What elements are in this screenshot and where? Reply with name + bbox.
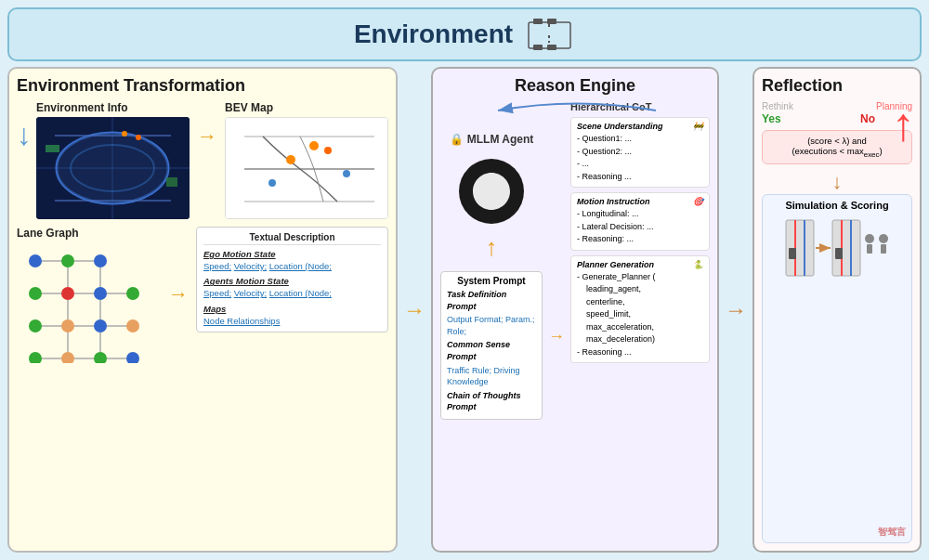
scene-understanding-title: Scene Understanding 🚧	[577, 122, 703, 131]
maps-title: Maps	[203, 304, 381, 314]
svg-point-46	[61, 254, 74, 267]
svg-point-16	[136, 135, 141, 140]
steering-icon: 🎯	[693, 197, 703, 206]
motion-reasoning: - Reasoning: ...	[577, 233, 703, 246]
svg-rect-13	[46, 145, 59, 152]
no-label: No	[860, 112, 875, 125]
svg-point-24	[324, 147, 332, 154]
svg-point-59	[126, 352, 139, 363]
svg-point-53	[61, 319, 74, 332]
bev-map-label: BEV Map	[225, 101, 388, 114]
svg-point-27	[268, 179, 276, 187]
scene-reasoning: - Reasoning ...	[577, 171, 703, 184]
scene-dots: - ...	[577, 158, 703, 171]
planner-line5: max_acceleration,	[577, 321, 703, 334]
svg-point-51	[126, 287, 139, 300]
env-header-title: Environment	[354, 20, 513, 49]
svg-point-54	[94, 319, 107, 332]
motion-instruction-title: Motion Instruction 🎯	[577, 197, 703, 206]
blue-down-arrow: ↓	[17, 120, 32, 150]
maps-content: Node Relationships	[203, 315, 381, 327]
svg-point-50	[94, 287, 107, 300]
svg-point-72	[879, 234, 888, 243]
watermark: 智驾言	[878, 526, 906, 539]
svg-point-47	[94, 254, 107, 267]
main-area: Environment Transformation ↓ Environment…	[7, 67, 922, 553]
road-icon	[524, 15, 575, 54]
mllm-to-hcot-arrow: →	[548, 101, 565, 543]
svg-rect-1	[533, 19, 543, 24]
reflection-panel: ↑ Reflection Rethink Planning Yes No (sc…	[752, 67, 922, 553]
bev-map-section: BEV Map	[225, 101, 388, 219]
planner-line6: max_deceleration)	[577, 333, 703, 346]
svg-point-55	[126, 319, 139, 332]
hcot-label: Hierarchical CoT	[570, 101, 710, 112]
mllm-label: 🔒 MLLM Agent	[450, 133, 534, 146]
env-info-section: Environment Info	[36, 101, 190, 219]
svg-rect-68	[835, 248, 843, 259]
planner-line4: speed_limit,	[577, 308, 703, 321]
main-container: Environment Environment Transformation	[0, 0, 929, 560]
scene-understanding-section: Scene Understanding 🚧 - Question1: ... -…	[570, 117, 710, 188]
ego-motion-content: Speed; Velocity; Location (Node;	[203, 260, 381, 272]
env-to-reason-arrow: →	[403, 297, 425, 323]
env-transform-title: Environment Transformation	[17, 76, 388, 96]
rethink-label: Rethink	[762, 101, 793, 111]
big-up-arrow: ↑	[892, 101, 915, 148]
svg-point-26	[343, 170, 350, 177]
aerial-inner	[36, 117, 190, 219]
reason-to-refl-arrow-container: →	[725, 67, 747, 553]
sim-scoring-box: Simulation & Scoring	[762, 194, 912, 543]
svg-rect-2	[547, 19, 556, 24]
mllm-icon-circle	[459, 159, 524, 224]
svg-point-25	[286, 155, 295, 164]
svg-rect-14	[166, 177, 177, 187]
motion-instruction-section: Motion Instruction 🎯 - Longitudinal: ...…	[570, 192, 710, 251]
hcot-col: Hierarchical CoT Scene Understanding 🚧 -…	[570, 101, 710, 543]
svg-point-56	[29, 352, 42, 363]
yes-no-row: Yes No	[762, 112, 912, 125]
svg-point-70	[865, 234, 874, 243]
svg-point-48	[29, 287, 42, 300]
svg-point-52	[29, 319, 42, 332]
svg-point-45	[29, 254, 42, 267]
planner-line2: leading_agent,	[577, 283, 703, 296]
refl-top-labels: Rethink Planning	[762, 101, 912, 111]
textual-desc-title: Textual Description	[203, 232, 381, 245]
lock-icon: 🔒	[450, 133, 464, 146]
mllm-col: 🔒 MLLM Agent ↑ System Prompt	[440, 101, 543, 543]
sp-row-traffic: Traffic Rule; Driving Knowledge	[447, 365, 536, 388]
svg-point-57	[61, 352, 74, 363]
scene-q1: - Question1: ...	[577, 133, 703, 146]
openai-logo-svg	[469, 169, 514, 214]
planner-line1: - Generate_Planner (	[577, 271, 703, 284]
aerial-image	[36, 117, 190, 219]
env-to-reason-arrow-container: →	[403, 67, 425, 553]
svg-point-49	[61, 287, 74, 300]
svg-point-15	[122, 131, 127, 137]
up-arrow-to-mllm: ↑	[486, 233, 498, 262]
svg-point-23	[309, 141, 319, 150]
svg-rect-73	[881, 244, 886, 254]
sp-row-task: Task Definition Prompt	[447, 289, 536, 312]
condition-text: (score < λ) and(executions < maxexec)	[792, 136, 882, 156]
lane-graph-label: Lane Graph	[17, 227, 161, 240]
env-info-to-bev-arrow: →	[194, 124, 220, 149]
system-prompt-box: System Prompt Task Definition Prompt Out…	[440, 271, 543, 420]
lane-graph-section: Lane Graph	[17, 227, 161, 363]
agents-motion-title: Agents Motion State	[203, 276, 381, 286]
reflection-title: Reflection	[762, 76, 912, 96]
re-content: 🔒 MLLM Agent ↑ System Prompt	[440, 101, 710, 543]
condition-box: (score < λ) and(executions < maxexec)	[762, 130, 912, 164]
node-relationships-link[interactable]: Node Relationships	[203, 316, 280, 326]
reason-to-refl-arrow: →	[725, 297, 747, 323]
bev-map-image	[225, 117, 388, 219]
scene-q2: - Question2: ...	[577, 146, 703, 159]
motion-longitudinal: - Longitudinal: ...	[577, 208, 703, 221]
planner-generation-section: Planner Generation 🐍 - Generate_Planner …	[570, 255, 710, 364]
sp-row-output: Output Format; Param.; Role;	[447, 314, 536, 337]
yes-label: Yes	[762, 112, 781, 125]
reason-engine-panel: Reason Engine 🔒 MLLM Agent	[431, 67, 719, 553]
reason-engine-title: Reason Engine	[440, 76, 710, 96]
svg-rect-3	[533, 45, 543, 50]
